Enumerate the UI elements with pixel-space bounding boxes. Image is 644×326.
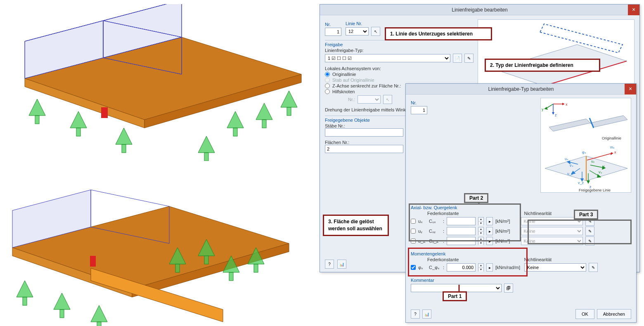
svg-text:uₓ: uₓ [565,157,568,161]
check-uy[interactable] [411,229,416,234]
svg-marker-60 [590,116,627,127]
svg-rect-17 [122,144,126,153]
opt-originallinie-label: Originallinie [332,72,356,77]
moment-section-label: Momentengelenk [411,251,631,256]
svg-rect-44 [229,272,233,281]
dialog1-titlebar: Linienfreigabe bearbeiten × [320,5,639,15]
cphix-more-icon[interactable]: ▸ [486,263,493,272]
check-uz[interactable] [411,239,416,243]
opt-hilfsknoten-label: Hilfsknoten [332,89,355,94]
svg-marker-22 [256,103,272,120]
callout-part3: Part 3 [574,210,598,220]
freigabe-typ-select[interactable]: 1 ☑ ☐ ☐ ☑ [325,54,450,62]
svg-marker-12 [29,99,45,116]
svg-rect-42 [204,256,208,264]
uy-nonlin-edit-icon: ✎ [585,227,594,236]
svg-marker-53 [544,107,548,110]
svg-rect-13 [35,116,39,124]
svg-rect-46 [254,264,258,272]
nichtlinearitaet-label-1: Nichtlinearität [524,211,552,216]
svg-rect-30 [90,256,96,267]
uz-nonlin-select: Keine [521,237,583,245]
check-ux[interactable] [411,219,416,224]
nr-input[interactable] [325,28,341,36]
svg-text:y: y [542,107,544,111]
callout-3: 3. Fläche die gelöst werden soll auswähl… [323,215,389,236]
svg-marker-77 [611,152,613,155]
svg-text:vₓ: vₓ [570,163,573,168]
svg-text:u_z: u_z [567,172,573,176]
svg-text:mₓ: mₓ [610,145,615,149]
svg-line-52 [547,104,553,108]
cuz-label: Cᵤ_z [429,239,440,244]
dialog1-preview [478,19,635,89]
uy-nonlin-select: Keine [521,227,583,235]
cancel-button[interactable]: Abbrechen [597,309,631,319]
linie-nr-label: Linie Nr. [346,21,383,26]
radio-zachse[interactable] [325,83,330,88]
dialog-linienfreigabe-typ: Linienfreigabe-Typ bearbeiten × Nr. x y [405,83,637,323]
svg-text:y: y [603,164,605,168]
staebe-input[interactable] [325,128,403,137]
close-icon[interactable]: × [625,84,636,94]
svg-text:x: x [614,150,616,154]
uz-nonlin-edit-icon: ✎ [585,236,594,246]
callout-1: 1. Linie des Unterzuges selektieren [385,27,492,40]
svg-marker-55 [552,112,554,115]
cux-spinner: ▲▼ [478,217,484,225]
svg-rect-40 [175,264,180,272]
svg-text:z: z [555,113,557,117]
radio-hilfsknoten[interactable] [325,89,330,94]
pick-line-icon[interactable]: ↖ [371,27,380,36]
typ-nr-input[interactable] [411,106,427,114]
new-type-icon[interactable]: 📄 [453,54,462,63]
flaechen-input[interactable] [325,145,403,153]
federkonstante-label-1: Federkonstante [427,211,459,216]
dialog2-titlebar: Linienfreigabe-Typ bearbeiten × [406,84,636,94]
svg-marker-37 [91,305,107,322]
callout-part2: Part 2 [464,193,488,203]
svg-rect-19 [204,153,208,161]
ok-button[interactable]: OK [575,309,594,319]
svg-marker-20 [227,111,244,128]
linie-nr-select[interactable]: 12 [346,27,369,35]
svg-marker-33 [17,281,33,297]
svg-marker-75 [587,181,590,183]
svg-marker-59 [549,119,590,131]
svg-rect-3 [101,107,108,118]
phix-label: φₓ [418,265,426,270]
svg-rect-34 [23,297,27,305]
callout-2: 2. Typ der Linienfreigabe definieren [485,59,600,72]
typ-nr-label: Nr. [411,100,427,105]
cuy-more-icon: ▸ [486,227,493,235]
calc-icon[interactable]: 📊 [337,260,346,269]
kommentar-pick-icon[interactable]: 🗐 [504,283,513,293]
phix-nonlin-select[interactable]: Keine [524,263,586,272]
kommentar-select[interactable] [411,284,502,292]
svg-marker-14 [70,111,87,128]
radio-originallinie[interactable] [325,72,330,77]
check-phix[interactable] [411,265,416,270]
ux-unit: [kN/m²] [495,219,510,224]
close-icon[interactable]: × [628,5,639,15]
cphix-input[interactable] [447,263,476,272]
cphix-spinner[interactable]: ▲▼ [478,263,484,272]
federkonstante-label-2: Federkonstante [427,257,459,262]
nr-sub-label: Nr.: [348,97,355,102]
edit-type-icon[interactable]: ✎ [464,54,474,63]
help-icon[interactable]: ? [325,260,334,269]
cuz-more-icon: ▸ [486,237,493,245]
help-icon[interactable]: ? [411,309,420,319]
nichtlinearitaet-label-2: Nichtlinearität [524,257,552,262]
svg-rect-38 [97,322,101,326]
calc-icon[interactable]: 📊 [422,309,431,319]
svg-text:uᵧ: uᵧ [591,159,595,163]
kommentar-label: Kommentar [411,278,631,283]
phix-nonlin-edit-icon[interactable]: ✎ [589,263,598,272]
svg-rect-25 [287,107,291,116]
svg-line-76 [587,154,611,160]
cux-input [447,217,476,225]
cuy-input [447,227,476,235]
svg-marker-51 [562,103,565,105]
dialog2-preview: x y z [540,98,631,193]
